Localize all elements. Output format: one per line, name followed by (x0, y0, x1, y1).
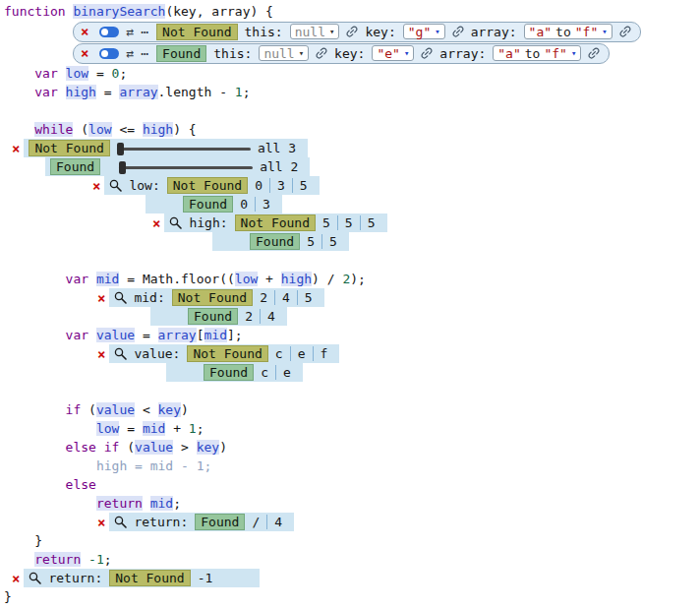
swap-arrows-icon[interactable]: ⇄ (126, 25, 134, 39)
key-value: "g" (408, 25, 431, 39)
code-token: ( (119, 440, 135, 455)
probe-line: Found 0 3 (0, 195, 700, 214)
status-badge-found[interactable]: Found (183, 196, 233, 213)
more-options-icon[interactable]: ⋯ (141, 25, 149, 39)
call-trace-line: × ⇄ ⋯ Not Found this: null ▾ key: "g" ▾ … (0, 21, 700, 42)
code-token: high (66, 85, 96, 99)
code-token: } (4, 589, 12, 604)
code-token: + (258, 272, 280, 286)
status-badge-not-found[interactable]: Not Found (29, 140, 109, 156)
code-token: = (135, 328, 157, 342)
probe-value: 3 (262, 197, 270, 212)
value-divider (266, 515, 267, 529)
probe-low-found: Found 0 3 (146, 195, 282, 214)
key-dropdown[interactable]: "g" ▾ (403, 24, 445, 39)
close-icon[interactable]: × (97, 516, 105, 529)
array-dropdown[interactable]: "a" to "f" ▾ (493, 45, 581, 61)
status-badge-not-found[interactable]: Not Found (235, 214, 316, 231)
status-badge-not-found[interactable]: Not Found (172, 289, 253, 306)
array-from-value: "a" (529, 25, 552, 39)
key-dropdown[interactable]: "e" ▾ (372, 45, 414, 61)
value-divider (313, 346, 314, 361)
magnifier-icon[interactable] (114, 347, 127, 360)
status-badge-not-found[interactable]: Not Found (187, 345, 267, 362)
status-badge-found[interactable]: Found (50, 158, 100, 175)
code-token: low (88, 122, 111, 137)
code-text: return -1; (4, 552, 112, 567)
code-token: var (66, 328, 96, 342)
value-divider (260, 309, 261, 324)
link-icon[interactable] (421, 47, 433, 59)
array-from-value: "a" (497, 46, 520, 61)
status-badge-found[interactable]: Found (156, 45, 206, 62)
code-token: mid (204, 328, 227, 342)
probe-high-found: Found 5 5 (212, 232, 349, 251)
swap-arrows-icon[interactable]: ⇄ (126, 46, 134, 61)
this-value: null (295, 25, 325, 39)
link-icon[interactable] (346, 26, 358, 37)
probe-value: 5 (368, 215, 376, 230)
toggle-switch-icon[interactable] (99, 27, 119, 37)
magnifier-icon[interactable] (114, 291, 127, 304)
code-line: return -1; (0, 550, 700, 569)
link-icon[interactable] (588, 47, 600, 59)
this-dropdown[interactable]: null ▾ (259, 45, 309, 61)
status-badge-not-found[interactable]: Not Found (167, 177, 248, 194)
toggle-switch-icon[interactable] (99, 48, 119, 59)
status-badge-found[interactable]: Found (204, 364, 254, 381)
array-label: array: (439, 46, 486, 61)
probe-mid-found: Found 2 4 (150, 307, 287, 326)
link-icon[interactable] (316, 47, 327, 59)
close-icon[interactable]: × (81, 46, 88, 60)
status-badge-found[interactable]: Found (250, 233, 300, 250)
loop-slider-line: Found all 2 (0, 157, 700, 176)
close-icon[interactable]: × (12, 142, 20, 155)
probe-label: high: (189, 215, 227, 230)
magnifier-icon[interactable] (29, 572, 41, 584)
probe-label: return: (48, 571, 102, 585)
slider-handle[interactable] (119, 161, 126, 174)
iteration-slider[interactable] (119, 160, 253, 174)
probe-return-found: return: Found / 4 (109, 513, 294, 531)
magnifier-icon[interactable] (114, 516, 127, 528)
more-options-icon[interactable]: ⋯ (141, 46, 149, 61)
probe-value: 0 (240, 197, 248, 212)
array-dropdown[interactable]: "a" to "f" ▾ (524, 24, 612, 39)
magnifier-icon[interactable] (109, 179, 122, 192)
code-text: else (4, 477, 96, 492)
magnifier-icon[interactable] (169, 216, 182, 229)
link-icon[interactable] (619, 26, 631, 37)
close-icon[interactable]: × (81, 25, 88, 38)
close-icon[interactable]: × (97, 291, 105, 305)
this-dropdown[interactable]: null ▾ (290, 24, 340, 39)
code-token: ; (197, 421, 204, 436)
value-divider (290, 346, 291, 361)
code-token: = (119, 421, 142, 436)
code-token: else (66, 477, 96, 492)
status-badge-not-found[interactable]: Not Found (109, 570, 190, 586)
probe-value: 2 (260, 290, 267, 305)
code-token: high = mid - 1; (96, 458, 211, 473)
status-badge-not-found[interactable]: Not Found (156, 24, 237, 40)
close-icon[interactable]: × (152, 216, 160, 230)
probe-line: Found 2 4 (0, 307, 700, 326)
code-line: low = mid + 1; (0, 419, 700, 438)
close-icon[interactable]: × (97, 347, 105, 361)
close-icon[interactable]: × (12, 572, 20, 585)
iteration-count: all 2 (260, 159, 298, 174)
code-text: high = mid - 1; (4, 458, 211, 473)
close-icon[interactable]: × (92, 179, 100, 193)
code-text: var low = 0; (4, 66, 127, 81)
status-badge-found[interactable]: Found (188, 308, 238, 325)
slider-handle[interactable] (117, 143, 124, 155)
iteration-slider[interactable] (117, 142, 251, 155)
status-badge-found[interactable]: Found (195, 514, 245, 530)
probe-value: -1 (198, 571, 213, 585)
code-token (143, 496, 150, 511)
code-line: } (0, 587, 700, 606)
probe-value: 5 (300, 178, 308, 193)
link-icon[interactable] (452, 26, 464, 37)
probe-line: × return: Found / 4 (0, 513, 700, 531)
code-token: 2 (342, 272, 350, 286)
probe-value: e (283, 365, 291, 380)
